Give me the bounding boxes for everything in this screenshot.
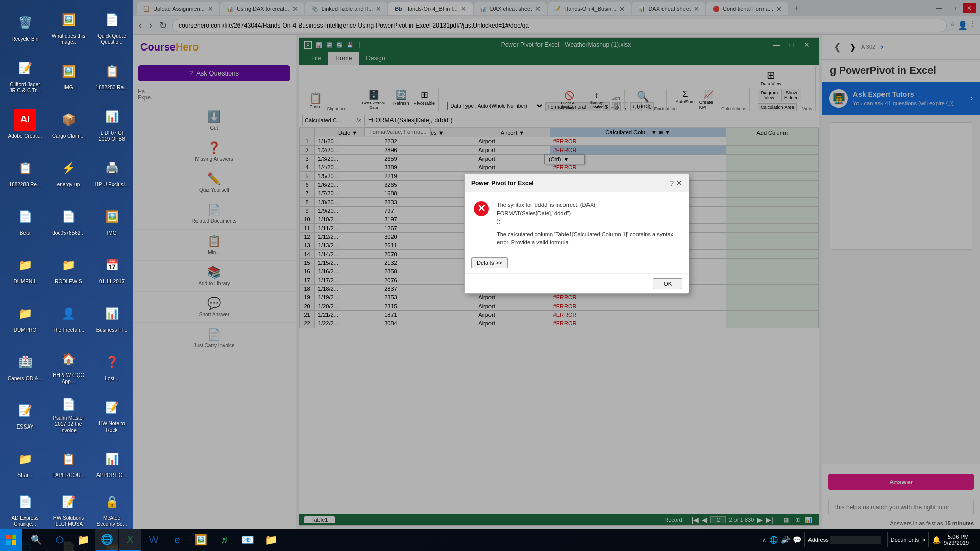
dialog-close-button[interactable]: ✕ bbox=[676, 178, 682, 188]
desktop-icon-hhw[interactable]: 🏠 HH & W GQC App... bbox=[48, 344, 88, 388]
documents-label[interactable]: Documents bbox=[891, 537, 919, 543]
chevron-expand-icon[interactable]: » bbox=[922, 536, 925, 543]
address-bar-taskbar[interactable] bbox=[830, 536, 881, 544]
dialog-error-icon: ✕ bbox=[473, 201, 489, 247]
clock[interactable]: 5:06 PM 9/29/2019 bbox=[944, 534, 969, 546]
taskbar-chrome[interactable]: 🌐 bbox=[95, 529, 118, 551]
desktop-icon-img2[interactable]: 🖼️ IMG bbox=[92, 199, 132, 242]
start-button[interactable] bbox=[0, 529, 22, 551]
taskbar-file-explorer2[interactable]: 📁 bbox=[260, 529, 282, 551]
desktop-icon-freelan[interactable]: 👤 The Freelan... bbox=[48, 296, 88, 339]
desktop-icon-whatdoes[interactable]: 🖼️ What does this image... bbox=[48, 5, 88, 48]
desktop-icon-adexpress1[interactable]: 📄 AD Express Change... bbox=[5, 487, 45, 531]
edge-icon: e bbox=[174, 534, 180, 546]
excel-taskbar-icon: X bbox=[127, 534, 133, 545]
desktop-icon-mcatee[interactable]: 🔒 McAtee Security Sc... bbox=[92, 487, 132, 531]
outlook-icon: 📧 bbox=[241, 534, 254, 546]
beta-label: Beta bbox=[20, 230, 31, 236]
taskbar-word[interactable]: W bbox=[142, 529, 165, 551]
desktop-icon-psalm[interactable]: 📄 Psalm Master 2017 02 the Invoice bbox=[48, 393, 88, 436]
desktop-icon-recycle-bin[interactable]: 🗑️ Recycle Bin bbox=[5, 5, 45, 48]
desktop-icon-businesspl[interactable]: 📊 Business Pl... bbox=[92, 296, 132, 339]
desktop-icon-rodlewis[interactable]: 📁 RODLEWIS bbox=[48, 247, 88, 291]
taskbar-spotify[interactable]: ♬ bbox=[213, 529, 235, 551]
whatdoes-icon: 🖼️ bbox=[57, 9, 80, 31]
desktop-icon-hwsolutions[interactable]: 📝 HW Solutions ILLCFMUSA bbox=[48, 487, 88, 531]
desktop-icon-img1[interactable]: 🖼️ IMG bbox=[48, 54, 88, 97]
capers-label: Capers OD &... bbox=[8, 375, 42, 382]
show-hidden-tray-btn[interactable]: ∧ bbox=[762, 537, 766, 543]
taskbar-file-explorer[interactable]: 📁 bbox=[72, 529, 94, 551]
file-explorer2-icon: 📁 bbox=[265, 534, 278, 546]
desktop-icons-container: 🗑️ Recycle Bin 🖼️ What does this image..… bbox=[0, 0, 133, 459]
search-icon: 🔍 bbox=[31, 534, 42, 545]
desktop-icon-clifford[interactable]: 📝 Clifford Jager JR C & C Tr... bbox=[5, 54, 45, 97]
desktop-icon-energy[interactable]: ⚡ energy up bbox=[48, 151, 88, 194]
desktop-icon-hpu[interactable]: 🖨️ HP U Exclusi... bbox=[92, 151, 132, 194]
desktop-icon-cargo[interactable]: 📦 Cargo Claim... bbox=[48, 102, 88, 145]
desktop-icon-1882288[interactable]: 📋 1882288 Re... bbox=[5, 151, 45, 194]
i1882253-label: 1882253 Re... bbox=[96, 85, 128, 91]
desktop-icon-capers[interactable]: 🏥 Capers OD &... bbox=[5, 344, 45, 388]
dumpro-label: DUMPRO bbox=[14, 327, 36, 333]
network-icon[interactable]: 🌐 bbox=[769, 536, 778, 544]
desktop-icon-1882253[interactable]: 📋 1882253 Re... bbox=[92, 54, 132, 97]
desktop-icon-apportio[interactable]: 📊 APPORTIO... bbox=[92, 441, 132, 485]
taskbar: 🔍 ⬡ 📁 🌐 X W e 🖼️ ♬ bbox=[0, 529, 980, 551]
taskbar-search[interactable]: 🔍 bbox=[25, 529, 47, 551]
img2-label: IMG bbox=[107, 230, 117, 236]
adexpress1-icon: 📄 bbox=[14, 491, 36, 513]
adobe-label: Adobe Creati... bbox=[8, 133, 42, 139]
notification-icon[interactable]: 🔔 bbox=[932, 536, 941, 544]
taskbar-edge[interactable]: e bbox=[166, 529, 188, 551]
cortana-icon: ⬡ bbox=[56, 534, 64, 545]
hhw-icon: 🏠 bbox=[57, 348, 80, 370]
svg-text:✕: ✕ bbox=[477, 203, 486, 214]
dialog-details-button[interactable]: Details >> bbox=[471, 257, 508, 268]
quickquote-label: Quick Quote Questio... bbox=[94, 33, 129, 45]
desktop-icon-adobe[interactable]: Ai Adobe Creati... bbox=[5, 102, 45, 145]
businesspl-label: Business Pl... bbox=[96, 327, 128, 333]
cargo-label: Cargo Claim... bbox=[52, 133, 85, 139]
rodlewis-label: RODLEWIS bbox=[55, 279, 82, 285]
desktop-icon-lost[interactable]: ❓ Lost... bbox=[92, 344, 132, 388]
svg-rect-4 bbox=[6, 540, 11, 545]
desktop-icon-ldi[interactable]: 📊 L DI 07 Gl 2019 OPB8 bbox=[92, 102, 132, 145]
dialog-body: ✕ The syntax for 'dddd' is incorrect. (D… bbox=[465, 192, 689, 255]
i1882253-icon: 📋 bbox=[101, 60, 123, 83]
show-desktop-btn[interactable] bbox=[972, 529, 975, 551]
hwsolutions-label: HW Solutions ILLCFMUSA bbox=[51, 515, 86, 528]
dialog-ok-button[interactable]: OK bbox=[653, 278, 682, 289]
volume-icon[interactable]: 🔊 bbox=[781, 536, 790, 544]
desktop-icon-shar[interactable]: 📁 Shar... bbox=[5, 441, 45, 485]
taskbar-right: ∧ 🌐 🔊 💬 Address Documents » 🔔 5:06 PM 9/… bbox=[762, 529, 980, 551]
desktop-icon-hwnote[interactable]: 📝 HW Note to Rock bbox=[92, 393, 132, 436]
desktop-icon-dumenil[interactable]: 📁 DUMENIL bbox=[5, 247, 45, 291]
desktop-icon-quickquote[interactable]: 📄 Quick Quote Questio... bbox=[92, 5, 132, 48]
desktop-icon-essay[interactable]: 📝 ESSAY bbox=[5, 393, 45, 436]
dialog-details-section: Details >> bbox=[465, 255, 689, 273]
taskbar-cortana[interactable]: ⬡ bbox=[48, 529, 71, 551]
chrome-icon: 🌐 bbox=[101, 533, 113, 545]
word-taskbar-icon: W bbox=[149, 534, 159, 546]
desktop-icon-01112017[interactable]: 📅 01.11.2017 bbox=[92, 247, 132, 291]
date-icon: 📅 bbox=[101, 254, 123, 277]
desktop-icon-doc[interactable]: 📄 doc0576562... bbox=[48, 199, 88, 242]
psalm-icon: 📄 bbox=[57, 395, 80, 413]
img1-icon: 🖼️ bbox=[57, 60, 80, 83]
action-center-icon[interactable]: 💬 bbox=[793, 536, 801, 544]
desktop-icon-beta[interactable]: 📄 Beta bbox=[5, 199, 45, 242]
img2-icon: 🖼️ bbox=[101, 206, 123, 228]
taskbar-excel[interactable]: X bbox=[119, 529, 141, 551]
essay-icon: 📝 bbox=[14, 399, 36, 422]
dialog-help-button[interactable]: ? bbox=[670, 178, 674, 188]
taskbar-outlook[interactable]: 📧 bbox=[236, 529, 259, 551]
dialog-error-line2: FORMAT(Sales[Date],"dddd") bbox=[497, 209, 680, 218]
quickquote-icon: 📄 bbox=[101, 9, 123, 31]
desktop-icon-papercou[interactable]: 📋 PAPERCOU... bbox=[48, 441, 88, 485]
address-label-area: Address bbox=[808, 536, 884, 544]
lost-icon: ❓ bbox=[101, 351, 123, 373]
taskbar-photos[interactable]: 🖼️ bbox=[189, 529, 212, 551]
desktop: 🗑️ Recycle Bin 🖼️ What does this image..… bbox=[0, 0, 980, 551]
desktop-icon-dumpro[interactable]: 📁 DUMPRO bbox=[5, 296, 45, 339]
